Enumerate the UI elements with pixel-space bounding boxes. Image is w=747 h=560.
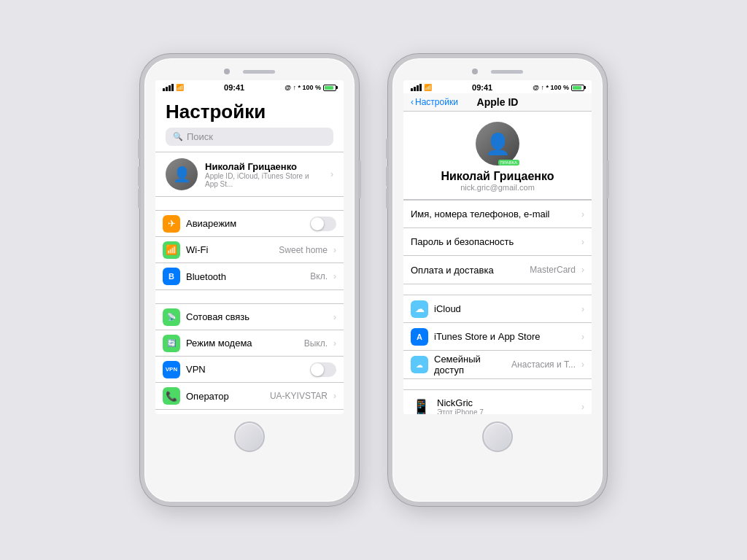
chevron-device-1: › [581, 402, 584, 412]
airplane-label: Авиарежим [186, 218, 304, 229]
cellular-label: Сотовая связь [186, 311, 328, 322]
payment-value: MasterCard [530, 265, 576, 275]
icloud-label: iCloud [434, 303, 576, 314]
name-phone-label: Имя, номера телефонов, e-mail [411, 209, 576, 219]
signal-bars-1 [163, 84, 174, 91]
search-bar[interactable]: 🔍 Поиск [166, 128, 333, 146]
airplane-toggle[interactable] [310, 217, 336, 231]
speaker-2 [491, 70, 523, 74]
edit-badge[interactable]: ПРАВКА [498, 160, 519, 166]
row-name-phone[interactable]: Имя, номера телефонов, e-mail › [403, 201, 592, 228]
airplane-toggle-thumb [311, 217, 324, 230]
operator-label: Оператор [186, 391, 264, 402]
phone-1: 📶 09:41 @ ↑ * 100 % Настройки 🔍 Поиск [140, 54, 359, 506]
vpn-icon: VPN [163, 361, 180, 378]
time-1: 09:41 [224, 83, 244, 92]
avatar-large-person: 👤 [485, 132, 511, 156]
phone-top-2 [392, 58, 603, 74]
status-right-2: @ ↑ * 100 % [533, 84, 584, 91]
bar4 [171, 84, 174, 91]
chevron-payment: › [581, 265, 584, 275]
chevron-family: › [581, 359, 584, 370]
vpn-label: VPN [186, 364, 304, 375]
avatar-large: 👤 ПРАВКА [476, 122, 519, 166]
avatar-person-1: 👤 [173, 166, 191, 183]
wifi-value: Sweet home [279, 245, 328, 255]
row-bluetooth[interactable]: B Bluetooth Вкл. › [155, 263, 344, 289]
search-placeholder: Поиск [187, 131, 213, 142]
status-right-1: @ ↑ * 100 % [285, 84, 336, 91]
settings-content: Настройки 🔍 Поиск 👤 Николай Грицаенко Ap… [155, 93, 344, 414]
bar2 [166, 87, 168, 91]
bluetooth-icon: B [163, 268, 180, 285]
bar3-2 [417, 85, 419, 91]
apple-id-content: 👤 ПРАВКА Николай Грицаенко nick.gric@gma… [403, 112, 592, 414]
row-wifi[interactable]: 📶 Wi-Fi Sweet home › [155, 237, 344, 263]
row-hotspot[interactable]: 🔄 Режим модема Выкл. › [155, 330, 344, 357]
hotspot-label: Режим модема [186, 338, 298, 349]
screen-2: 📶 09:41 @ ↑ * 100 % ‹ Настройки Apple ID [403, 80, 592, 414]
apple-id-profile: 👤 ПРАВКА Николай Грицаенко nick.gric@gma… [403, 112, 592, 200]
row-password[interactable]: Пароль и безопасность › [403, 228, 592, 256]
chevron-hotspot: › [333, 338, 336, 349]
signal-bars-2 [411, 84, 422, 91]
family-value: Анастасия и Т... [511, 359, 576, 370]
camera-1 [224, 69, 230, 74]
chevron-name: › [581, 209, 584, 219]
row-cellular[interactable]: 📡 Сотовая связь › [155, 304, 344, 330]
row-operator[interactable]: 📞 Оператор UA-KYIVSTAR › [155, 383, 344, 409]
battery-2 [571, 85, 584, 91]
profile-name-1: Николай Грицаенко [205, 161, 323, 172]
chevron-profile-1: › [330, 169, 333, 179]
hotspot-value: Выкл. [304, 338, 328, 349]
chevron-wifi: › [333, 245, 336, 255]
back-label: Настройки [415, 97, 458, 107]
search-icon: 🔍 [173, 132, 183, 141]
chevron-cellular: › [333, 312, 336, 322]
settings-group-2: 📡 Сотовая связь › 🔄 Режим модема Выкл. ›… [155, 303, 344, 410]
phone-2: 📶 09:41 @ ↑ * 100 % ‹ Настройки Apple ID [388, 54, 607, 506]
bar4-2 [419, 84, 422, 91]
time-2: 09:41 [472, 83, 492, 92]
row-family[interactable]: ☁ Семейный доступ Анастасия и Т... › [403, 351, 592, 378]
row-itunes[interactable]: A iTunes Store и App Store › [403, 323, 592, 351]
back-chevron-icon: ‹ [411, 97, 414, 107]
profile-sub-1: Apple ID, iCloud, iTunes Store и App St.… [205, 172, 323, 188]
bar1 [163, 88, 165, 91]
chevron-itunes: › [581, 332, 584, 342]
icloud-icon: ☁ [411, 300, 428, 318]
home-button-1[interactable] [234, 421, 265, 452]
profile-row-1[interactable]: 👤 Николай Грицаенко Apple ID, iCloud, iT… [155, 152, 344, 197]
apple-id-services-section: ☁ iCloud › A iTunes Store и App Store › … [403, 295, 592, 379]
bluetooth-value: Вкл. [310, 271, 328, 281]
row-icloud[interactable]: ☁ iCloud › [403, 295, 592, 323]
back-button[interactable]: ‹ Настройки [411, 97, 458, 107]
apple-id-devices-section: 📱 NickGric Этот iPhone 7 › ⌚ Apple Watch… [403, 389, 592, 414]
row-vpn[interactable]: VPN VPN [155, 357, 344, 383]
chevron-password: › [581, 237, 584, 247]
wifi-label: Wi-Fi [186, 244, 273, 255]
apple-id-info-section: Имя, номера телефонов, e-mail › Пароль и… [403, 200, 592, 284]
vpn-toggle[interactable] [310, 362, 336, 377]
row-payment[interactable]: Оплата и доставка MasterCard › [403, 256, 592, 284]
family-icon: ☁ [411, 356, 428, 373]
chevron-icloud: › [581, 304, 584, 314]
family-label: Семейный доступ [434, 354, 506, 376]
home-button-2[interactable] [482, 421, 513, 452]
chevron-bt: › [333, 271, 336, 281]
right-icons-2: @ ↑ * 100 % [533, 84, 569, 91]
row-airplane[interactable]: ✈ Авиарежим [155, 211, 344, 237]
device-sub-1: Этот iPhone 7 [437, 408, 576, 415]
appstore-icon: A [411, 328, 428, 346]
battery-1 [323, 85, 336, 91]
screen-1: 📶 09:41 @ ↑ * 100 % Настройки 🔍 Поиск [155, 80, 344, 414]
settings-title: Настройки [155, 93, 344, 128]
battery-fill-2 [573, 86, 581, 90]
wifi-icon-2: 📶 [163, 241, 180, 259]
airplane-icon: ✈ [163, 215, 180, 233]
apple-id-name: Николай Грицаенко [441, 170, 554, 183]
status-left-2: 📶 [411, 84, 432, 91]
device-row-1[interactable]: 📱 NickGric Этот iPhone 7 › [403, 390, 592, 414]
operator-icon: 📞 [163, 387, 180, 405]
wifi-status-2: 📶 [424, 84, 432, 91]
